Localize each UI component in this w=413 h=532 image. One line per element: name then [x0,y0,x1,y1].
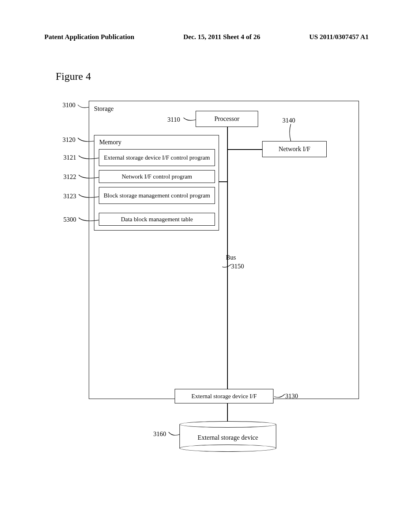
ref-5300: 5300 [63,216,76,223]
network-if-box: Network I/F [262,141,327,157]
processor-label: Processor [214,115,239,123]
header-left: Patent Application Publication [44,33,134,41]
lead-3121 [79,156,99,160]
diagram: Storage Memory Processor Network I/F Ext… [54,101,359,472]
ref-3130: 3130 [285,393,298,400]
ref-3140: 3140 [282,117,295,124]
ref-3110: 3110 [167,116,180,123]
ref-3100: 3100 [63,102,75,109]
header-center: Dec. 15, 2011 Sheet 4 of 26 [183,33,260,41]
bus-to-network [228,149,262,150]
ref-3121: 3121 [63,154,76,161]
lead-3110 [184,118,196,123]
ref-3150: 3150 [231,263,244,270]
lead-5300 [79,218,99,222]
lead-3120 [78,138,94,143]
ext-dev-label: External storage device [179,434,276,441]
figure-title: Figure 4 [56,71,91,83]
lead-3140 [289,124,292,141]
data-table-box: Data block management table [99,213,215,226]
lead-3160 [169,432,179,437]
ext-prog-label: External storage device I/F control prog… [104,154,210,161]
net-prog-box: Network I/F control program [99,170,215,183]
lead-3150 [222,264,231,269]
if-to-cylinder [227,403,228,421]
bus-label: Bus [226,254,236,261]
block-prog-label: Block storage management control program [104,192,210,199]
lead-3100 [78,105,89,110]
lead-3123 [79,194,99,199]
bus-to-memory [219,181,227,182]
processor-box: Processor [196,111,258,127]
ext-prog-box: External storage device I/F control prog… [99,149,215,166]
ref-3120: 3120 [63,136,75,143]
ref-3123: 3123 [63,193,76,200]
ext-dev-cylinder: External storage device [179,421,276,453]
memory-label: Memory [99,139,121,146]
net-prog-label: Network I/F control program [122,173,192,180]
lead-3122 [79,175,99,180]
network-if-label: Network I/F [279,145,311,153]
page-header: Patent Application Publication Dec. 15, … [0,33,413,41]
ref-3122: 3122 [63,173,76,181]
header-right: US 2011/0307457 A1 [309,33,369,41]
data-table-label: Data block management table [121,216,193,223]
lead-3130 [274,394,285,399]
ref-3160: 3160 [153,430,166,438]
ext-if-box: External storage device I/F [175,389,273,403]
storage-label: Storage [94,105,114,112]
ext-if-label: External storage device I/F [191,393,257,400]
block-prog-box: Block storage management control program [99,187,215,204]
